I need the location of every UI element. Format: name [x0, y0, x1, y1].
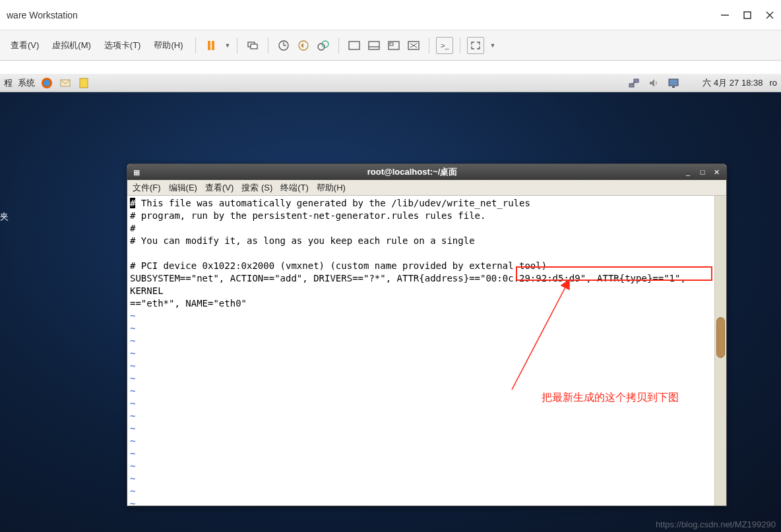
view-split-icon[interactable] [365, 37, 383, 54]
menu-view[interactable]: 查看(V) [5, 37, 44, 54]
vim-tilde: ~ [130, 411, 135, 421]
svg-rect-5 [212, 41, 214, 50]
annotation-arrow [493, 281, 579, 399]
separator [429, 38, 429, 53]
window-controls [720, 11, 774, 20]
vim-tilde: ~ [130, 486, 135, 496]
vmware-window: ware Workstation 查看(V) 虚拟机(M) 选项卡(T) 帮助(… [0, 0, 781, 532]
terminal-scrollbar[interactable] [714, 196, 726, 506]
panel-datetime[interactable]: 六 4月 27 18:38 [703, 77, 763, 89]
separator [195, 38, 196, 53]
panel-user[interactable]: ro [769, 78, 777, 88]
term-line: # PCI device 0x1022:0x2000 (vmxnet) (cus… [130, 260, 547, 271]
term-line: # program, run by the persistent-net-gen… [130, 210, 485, 221]
display-icon[interactable] [667, 76, 680, 90]
menu-help[interactable]: 帮助(H) [148, 37, 188, 54]
term-line: =="eth*", NAME="eth0" [130, 298, 247, 309]
svg-rect-27 [629, 84, 634, 87]
unity-icon[interactable] [405, 37, 422, 54]
svg-rect-30 [669, 79, 678, 86]
term-menu-terminal[interactable]: 终端(T) [280, 182, 309, 194]
svg-rect-26 [80, 78, 88, 88]
chevron-down-icon[interactable]: ▼ [225, 42, 231, 49]
terminal-close-icon[interactable]: ✕ [712, 167, 722, 177]
panel-menu-1[interactable]: 程 [4, 77, 13, 89]
term-menu-help[interactable]: 帮助(H) [317, 182, 346, 194]
separator [237, 38, 237, 53]
terminal-maximize-icon[interactable]: □ [697, 167, 708, 177]
vim-tilde: ~ [130, 461, 135, 471]
vim-tilde: ~ [130, 348, 135, 359]
vim-tilde: ~ [130, 473, 135, 484]
vim-tilde: ~ [130, 310, 135, 321]
term-line: # [130, 223, 135, 233]
svg-rect-28 [634, 79, 639, 82]
terminal-title: root@localhost:~/桌面 [367, 166, 458, 178]
svg-text:>_: >_ [441, 42, 449, 49]
window-title: ware Workstation [7, 10, 78, 20]
maximize-icon[interactable] [743, 11, 752, 20]
term-menu-file[interactable]: 文件(F) [133, 182, 161, 194]
watermark: https://blog.csdn.net/MZ199290 [656, 519, 776, 529]
svg-rect-1 [744, 12, 751, 18]
fullscreen-icon[interactable] [467, 37, 484, 54]
chevron-down-icon[interactable]: ▼ [489, 42, 495, 49]
annotation-box [516, 266, 712, 281]
menubar: 查看(V) 虚拟机(M) 选项卡(T) 帮助(H) ▼ >_ ▼ [0, 30, 781, 61]
separator [338, 38, 339, 53]
minimize-icon[interactable] [720, 11, 730, 20]
snapshot-take-icon[interactable] [275, 37, 292, 54]
send-cad-icon[interactable] [244, 37, 261, 54]
term-line: # You can modify it, as long as you keep… [130, 235, 475, 246]
vim-tilde: ~ [130, 373, 135, 384]
svg-rect-18 [390, 43, 393, 45]
separator [460, 38, 460, 53]
svg-rect-7 [251, 44, 257, 49]
volume-icon[interactable] [647, 76, 660, 90]
terminal-minimize-icon[interactable]: _ [683, 167, 693, 177]
snapshot-manage-icon[interactable] [315, 37, 332, 54]
term-menu-view[interactable]: 查看(V) [205, 182, 234, 194]
vim-tilde: ~ [130, 423, 135, 434]
mail-icon[interactable] [59, 76, 72, 90]
svg-point-24 [44, 80, 50, 86]
vim-tilde: ~ [130, 448, 135, 459]
panel-menu-2[interactable]: 系统 [18, 77, 35, 89]
view-thumb-icon[interactable] [385, 37, 402, 54]
terminal-controls: _ □ ✕ [683, 167, 722, 177]
pause-icon[interactable] [203, 37, 220, 54]
notes-icon[interactable] [77, 76, 90, 90]
terminal-titlebar[interactable]: ▦ root@localhost:~/桌面 _ □ ✕ [127, 164, 726, 180]
term-line: This file was automatically generated by… [129, 198, 530, 208]
vim-tilde: ~ [130, 436, 135, 446]
menu-vm[interactable]: 虚拟机(M) [47, 37, 96, 54]
vim-tilde: ~ [130, 386, 135, 396]
terminal-menu-icon[interactable]: ▦ [131, 167, 142, 177]
titlebar: ware Workstation [0, 0, 781, 30]
annotation-text: 把最新生成的这个拷贝到下图 [542, 391, 679, 403]
svg-line-32 [512, 286, 566, 390]
view-single-icon[interactable] [346, 37, 363, 54]
guest-desktop[interactable]: 夹 ▦ root@localhost:~/桌面 _ □ ✕ 文件(F) 编辑(E… [0, 92, 781, 532]
vim-tilde: ~ [130, 498, 135, 506]
terminal-window: ▦ root@localhost:~/桌面 _ □ ✕ 文件(F) 编辑(E) … [127, 163, 727, 506]
scrollbar-thumb[interactable] [716, 317, 725, 358]
term-menu-search[interactable]: 搜索 (S) [241, 182, 272, 194]
vim-tilde: ~ [130, 336, 135, 346]
menu-tabs[interactable]: 选项卡(T) [99, 37, 146, 54]
term-line: SUBSYSTEM=="net", ACTION=="add", DRIVERS… [130, 273, 397, 283]
snapshot-revert-icon[interactable] [295, 37, 312, 54]
vim-tilde: ~ [130, 323, 135, 334]
svg-rect-14 [349, 42, 359, 49]
svg-rect-15 [369, 42, 379, 49]
toolbar-power-group: ▼ [203, 37, 231, 54]
term-menu-edit[interactable]: 编辑(E) [169, 182, 197, 194]
firefox-icon[interactable] [40, 76, 53, 90]
vim-tilde: ~ [130, 361, 135, 371]
network-icon[interactable] [627, 76, 640, 90]
terminal-body[interactable]: # This file was automatically generated … [127, 196, 726, 506]
panel-left: 程 系统 [4, 76, 90, 90]
close-icon[interactable] [765, 11, 774, 20]
terminal-menubar: 文件(F) 编辑(E) 查看(V) 搜索 (S) 终端(T) 帮助(H) [127, 180, 726, 196]
console-icon[interactable]: >_ [436, 37, 453, 54]
